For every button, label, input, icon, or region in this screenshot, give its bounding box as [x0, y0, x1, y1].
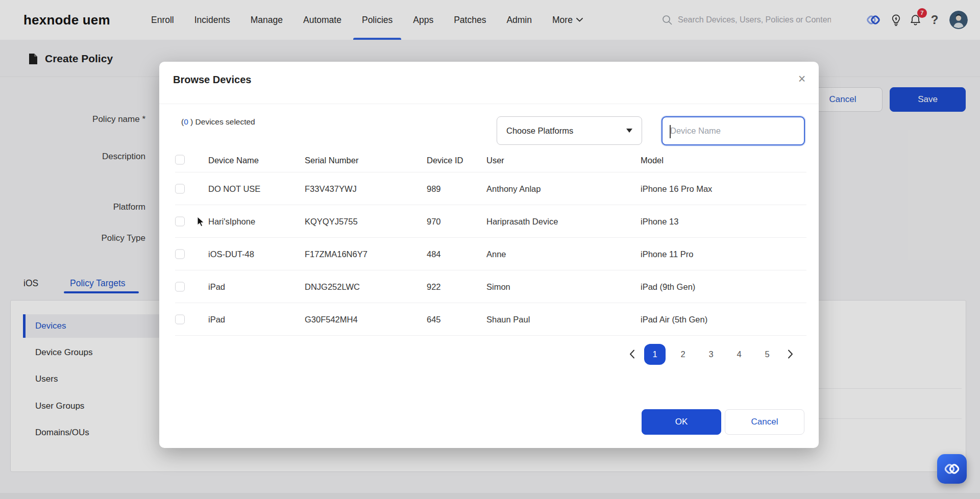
caret-down-icon — [626, 129, 632, 133]
cell-serial: G30F542MH4 — [305, 315, 358, 325]
choose-platforms-dropdown[interactable]: Choose Platforms — [497, 116, 642, 145]
chevron-left-icon — [629, 350, 635, 359]
table-row[interactable]: iPad DNJG252LWC 922 Simon iPad (9th Gen) — [159, 270, 819, 303]
row-checkbox[interactable] — [175, 315, 185, 325]
row-checkbox[interactable] — [175, 184, 185, 194]
cell-user: Shaun Paul — [486, 315, 530, 325]
cell-device-id: 970 — [427, 217, 441, 227]
browse-devices-modal: Browse Devices × (0 ) Devices selected C… — [159, 62, 819, 448]
cell-model: iPad Air (5th Gen) — [641, 315, 707, 325]
row-checkbox[interactable] — [175, 250, 185, 259]
page-button-4[interactable]: 4 — [728, 344, 750, 365]
prev-page-button[interactable] — [626, 344, 638, 365]
pagination: 1 2 3 4 5 — [626, 343, 796, 365]
text-caret — [670, 125, 671, 138]
table-header: Device Name Serial Number Device ID User… — [159, 147, 819, 172]
hexnode-chat-widget[interactable] — [937, 454, 967, 484]
cell-user: Simon — [486, 282, 510, 292]
device-name-input[interactable] — [663, 117, 804, 144]
cell-model: iPhone 11 Pro — [641, 250, 693, 259]
col-device-name: Device Name — [208, 155, 259, 165]
selected-count: 0 — [184, 117, 188, 126]
page-button-2[interactable]: 2 — [672, 344, 694, 365]
cell-serial: KQYQYJ5755 — [305, 217, 358, 227]
row-divider — [175, 335, 806, 336]
cell-model: iPad (9th Gen) — [641, 282, 695, 292]
select-all-checkbox[interactable] — [175, 155, 185, 165]
hexnode-knot-icon — [943, 460, 961, 478]
row-checkbox[interactable] — [175, 282, 185, 292]
col-model: Model — [641, 155, 664, 165]
selected-rest-text: ) Devices selected — [188, 117, 255, 126]
cell-serial: DNJG252LWC — [305, 282, 360, 292]
cell-user: Hariprasath Device — [486, 217, 558, 227]
cell-device-name: iOS-DUT-48 — [208, 250, 254, 259]
table-row[interactable]: iOS-DUT-48 F17ZMA16N6Y7 484 Anne iPhone … — [159, 238, 819, 270]
modal-title: Browse Devices — [173, 74, 251, 86]
close-icon[interactable]: × — [794, 71, 810, 86]
page-button-3[interactable]: 3 — [700, 344, 722, 365]
cell-device-name: iPad — [208, 282, 225, 292]
devices-selected-text: (0 ) Devices selected — [181, 117, 255, 127]
table-row[interactable]: DO NOT USE F33V437YWJ 989 Anthony Anlap … — [159, 172, 819, 205]
cell-user: Anthony Anlap — [486, 184, 541, 194]
page-button-5[interactable]: 5 — [756, 344, 778, 365]
cell-user: Anne — [486, 250, 506, 259]
col-user: User — [486, 155, 504, 165]
page-button-1[interactable]: 1 — [644, 344, 666, 365]
col-serial-number: Serial Number — [305, 155, 358, 165]
table-row[interactable]: Hari'sIphone KQYQYJ5755 970 Hariprasath … — [159, 205, 819, 238]
cell-device-name: iPad — [208, 315, 225, 325]
cell-device-id: 484 — [427, 250, 441, 259]
ok-button[interactable]: OK — [642, 409, 721, 435]
table-row[interactable]: iPad G30F542MH4 645 Shaun Paul iPad Air … — [159, 303, 819, 336]
cell-serial: F33V437YWJ — [305, 184, 357, 194]
dropdown-label: Choose Platforms — [506, 126, 573, 136]
next-page-button[interactable] — [785, 344, 796, 365]
device-name-search — [662, 116, 805, 145]
chevron-right-icon — [788, 350, 793, 359]
cell-device-id: 922 — [427, 282, 441, 292]
cell-model: iPhone 13 — [641, 217, 678, 227]
cell-model: iPhone 16 Pro Max — [641, 184, 712, 194]
cell-serial: F17ZMA16N6Y7 — [305, 250, 368, 259]
modal-cancel-button[interactable]: Cancel — [725, 409, 804, 435]
col-device-id: Device ID — [427, 155, 463, 165]
modal-header-divider — [159, 104, 819, 104]
cell-device-name: Hari'sIphone — [208, 217, 255, 227]
cell-device-name: DO NOT USE — [208, 184, 260, 194]
cell-device-id: 989 — [427, 184, 441, 194]
row-checkbox[interactable] — [175, 217, 185, 227]
cell-device-id: 645 — [427, 315, 441, 325]
